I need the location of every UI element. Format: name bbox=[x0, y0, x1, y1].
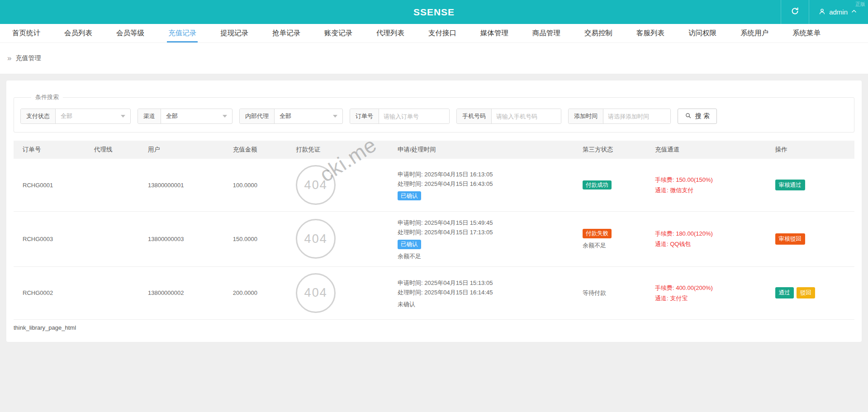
order-no-label: 订单号 bbox=[350, 109, 379, 123]
search-panel: 条件搜索 支付状态 全部 渠道 全部 内部 bbox=[14, 93, 854, 133]
tab-customer-service-list[interactable]: 客服列表 bbox=[636, 24, 664, 43]
col-amount: 充值金额 bbox=[224, 141, 287, 159]
process-time: 处理时间: 2025年04月15日 17:13:05 bbox=[398, 227, 570, 237]
confirm-status-badge: 已确认 bbox=[398, 191, 421, 201]
deny-button[interactable]: 驳回 bbox=[797, 287, 815, 298]
internal-agent-value: 全部 bbox=[280, 112, 291, 120]
voucher-404-image[interactable]: 404 bbox=[296, 165, 336, 205]
cell-agent-line bbox=[85, 212, 139, 267]
search-button-label: 搜 索 bbox=[695, 112, 710, 120]
channel-text: 通道: QQ钱包 bbox=[655, 239, 763, 249]
reject-button[interactable]: 审核驳回 bbox=[775, 233, 805, 245]
tab-agent-list[interactable]: 代理列表 bbox=[376, 24, 404, 43]
table-row: RCHG0001 13800000001 100.0000 404 申请时间: … bbox=[14, 159, 854, 212]
cell-channel: 手续费: 400.00(200%) 通道: 支付宝 bbox=[646, 266, 766, 319]
tab-payment-api[interactable]: 支付接口 bbox=[428, 24, 456, 43]
third-party-status-text: 等待付款 bbox=[583, 289, 606, 296]
cell-order-no: RCHG0002 bbox=[14, 266, 85, 319]
app-header: 正版 SSENSE admin bbox=[0, 0, 868, 24]
tab-system-menu[interactable]: 系统菜单 bbox=[792, 24, 821, 43]
col-user: 用户 bbox=[139, 141, 224, 159]
cell-voucher: 404 bbox=[287, 159, 389, 212]
search-panel-title: 条件搜索 bbox=[31, 93, 63, 101]
internal-agent-select[interactable]: 全部 bbox=[275, 109, 342, 123]
fee-text: 手续费: 180.00(120%) bbox=[655, 228, 763, 239]
caret-down-icon bbox=[223, 115, 227, 118]
user-menu[interactable]: admin bbox=[809, 0, 868, 24]
cell-third-party-status: 付款成功 bbox=[574, 159, 646, 212]
channel-value: 全部 bbox=[166, 112, 178, 120]
user-name: admin bbox=[829, 8, 848, 16]
voucher-404-image[interactable]: 404 bbox=[296, 219, 336, 259]
col-agent-line: 代理线 bbox=[85, 141, 139, 159]
refresh-icon bbox=[791, 7, 799, 17]
third-party-status-badge: 付款成功 bbox=[583, 180, 612, 190]
process-time: 处理时间: 2025年04月15日 16:14:45 bbox=[398, 288, 570, 297]
tab-order-grab-records[interactable]: 抢单记录 bbox=[272, 24, 300, 43]
cell-amount: 200.0000 bbox=[224, 266, 287, 319]
cell-voucher: 404 bbox=[287, 266, 389, 319]
cell-channel: 手续费: 180.00(120%) 通道: QQ钱包 bbox=[646, 212, 766, 267]
tab-recharge-records[interactable]: 充值记录 bbox=[168, 24, 196, 43]
confirm-note: 余额不足 bbox=[398, 252, 570, 260]
channel-select[interactable]: 全部 bbox=[161, 109, 232, 123]
third-party-note: 余额不足 bbox=[583, 242, 642, 249]
user-icon bbox=[818, 8, 826, 17]
breadcrumb-arrows-icon: » bbox=[7, 54, 11, 63]
apply-time: 申请时间: 2025年04月15日 16:13:05 bbox=[398, 170, 570, 179]
pass-button[interactable]: 通过 bbox=[775, 287, 794, 298]
voucher-404-image[interactable]: 404 bbox=[296, 273, 336, 313]
payment-status-select[interactable]: 全部 bbox=[56, 109, 130, 123]
order-no-input[interactable] bbox=[379, 109, 449, 123]
chevron-up-icon bbox=[851, 8, 857, 16]
tab-home-stats[interactable]: 首页统计 bbox=[12, 24, 40, 43]
filter-phone: 手机号码 bbox=[456, 109, 561, 124]
payment-status-value: 全部 bbox=[61, 112, 72, 120]
channel-label: 渠道 bbox=[138, 109, 161, 123]
table-row: RCHG0002 13800000002 200.0000 404 申请时间: … bbox=[14, 266, 854, 319]
cell-order-no: RCHG0003 bbox=[14, 212, 85, 267]
phone-label: 手机号码 bbox=[457, 109, 492, 123]
confirm-text: 未确认 bbox=[398, 300, 570, 308]
channel-text: 通道: 支付宝 bbox=[655, 293, 763, 303]
add-time-input[interactable] bbox=[603, 109, 670, 123]
cell-channel: 手续费: 150.00(150%) 通道: 微信支付 bbox=[646, 159, 766, 212]
caret-down-icon bbox=[121, 115, 125, 118]
cell-times: 申请时间: 2025年04月15日 15:49:45 处理时间: 2025年04… bbox=[389, 212, 574, 267]
col-third-party-status: 第三方状态 bbox=[574, 141, 646, 159]
refresh-button[interactable] bbox=[781, 0, 809, 24]
phone-input[interactable] bbox=[492, 109, 561, 123]
cell-actions: 审核驳回 bbox=[766, 212, 854, 267]
tab-media-management[interactable]: 媒体管理 bbox=[480, 24, 508, 43]
table-row: RCHG0003 13800000003 150.0000 404 申请时间: … bbox=[14, 212, 854, 267]
fee-text: 手续费: 150.00(150%) bbox=[655, 175, 763, 185]
cell-user: 13800000002 bbox=[139, 266, 224, 319]
third-party-status-badge: 付款失败 bbox=[583, 229, 612, 238]
add-time-label: 添加时间 bbox=[569, 109, 603, 123]
tab-access-permission[interactable]: 访问权限 bbox=[688, 24, 716, 43]
tab-account-change-records[interactable]: 账变记录 bbox=[324, 24, 352, 43]
recharge-table: 订单号 代理线 用户 充值金额 打款凭证 申请/处理时间 第三方状态 充值通道 … bbox=[14, 141, 854, 320]
col-order-no: 订单号 bbox=[14, 141, 85, 159]
tab-member-list[interactable]: 会员列表 bbox=[64, 24, 92, 43]
cell-amount: 150.0000 bbox=[224, 212, 287, 267]
tab-withdraw-records[interactable]: 提现记录 bbox=[220, 24, 248, 43]
cell-third-party-status: 等待付款 bbox=[574, 266, 646, 319]
tab-transaction-control[interactable]: 交易控制 bbox=[584, 24, 612, 43]
cell-times: 申请时间: 2025年04月15日 16:13:05 处理时间: 2025年04… bbox=[389, 159, 574, 212]
search-button[interactable]: 搜 索 bbox=[678, 109, 717, 124]
filter-order-no: 订单号 bbox=[350, 109, 450, 124]
main-nav: 首页统计 会员列表 会员等级 充值记录 提现记录 抢单记录 账变记录 代理列表 … bbox=[0, 24, 868, 43]
filter-add-time: 添加时间 bbox=[568, 109, 671, 124]
header-actions: admin bbox=[781, 0, 868, 24]
tab-system-users[interactable]: 系统用户 bbox=[740, 24, 768, 43]
tab-member-level[interactable]: 会员等级 bbox=[116, 24, 144, 43]
cell-agent-line bbox=[85, 266, 139, 319]
filter-internal-agent: 内部代理 全部 bbox=[239, 109, 343, 124]
approve-button[interactable]: 审核通过 bbox=[775, 180, 805, 191]
tab-product-management[interactable]: 商品管理 bbox=[532, 24, 560, 43]
caret-down-icon bbox=[333, 115, 337, 118]
page-footer-note: think_library_page_html bbox=[14, 324, 854, 331]
cell-agent-line bbox=[85, 159, 139, 212]
col-voucher: 打款凭证 bbox=[287, 141, 389, 159]
